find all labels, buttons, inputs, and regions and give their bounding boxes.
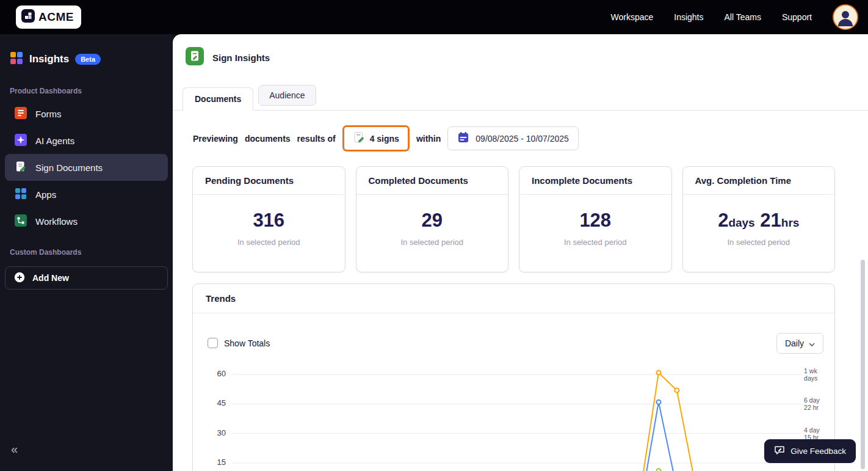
forms-icon	[15, 107, 27, 121]
interval-value: Daily	[785, 338, 804, 348]
show-totals-label: Show Totals	[224, 338, 270, 348]
stat-title: Avg. Completion Time	[683, 167, 835, 195]
sidebar-item-forms[interactable]: Forms	[5, 100, 168, 127]
stat-card-incomplete: Incomplete Documents 128 In selected per…	[519, 166, 672, 272]
show-totals-checkbox[interactable]	[208, 338, 218, 348]
sidebar-header: Insights Beta	[0, 34, 173, 73]
person-icon	[834, 5, 857, 29]
brand-name: ACME	[38, 10, 74, 24]
workflows-icon	[15, 214, 27, 228]
nav-insights[interactable]: Insights	[674, 12, 703, 22]
sidebar-item-label: Apps	[35, 189, 56, 200]
stat-title: Incomplete Documents	[519, 167, 671, 195]
filter-text-post: results of	[297, 134, 336, 144]
filter-text-within: within	[416, 134, 441, 144]
stat-caption: In selected period	[356, 238, 508, 247]
feedback-label: Give Feedback	[790, 447, 846, 456]
sign-documents-icon	[15, 161, 27, 175]
feedback-icon	[774, 445, 785, 458]
insights-logo-icon	[10, 51, 23, 67]
stat-card-pending: Pending Documents 316 In selected period	[192, 166, 345, 272]
sign-pen-icon	[353, 131, 365, 145]
stat-value: 316	[193, 210, 345, 232]
collapse-sidebar-icon[interactable]: «	[11, 442, 18, 456]
sidebar-item-sign-documents[interactable]: Sign Documents	[5, 154, 168, 181]
trend-chart-svg	[232, 357, 801, 471]
filter-bar: Previewing documents results of 4 signs …	[173, 111, 868, 152]
add-new-label: Add New	[32, 273, 69, 283]
sidebar-item-label: AI Agents	[35, 136, 74, 146]
show-totals-toggle[interactable]: Show Totals	[208, 338, 270, 348]
date-range-label: 09/08/2025 - 10/07/2025	[476, 134, 569, 144]
stat-value: 2days 21hrs	[683, 210, 835, 232]
sidebar-title: Insights	[29, 53, 69, 65]
trends-card: Trends Show Totals Daily 60453015 1 wk d…	[192, 283, 835, 471]
section-product-dashboards: Product Dashboards	[0, 73, 173, 100]
chevron-down-icon	[809, 338, 815, 348]
sidebar-item-workflows[interactable]: Workflows	[5, 208, 168, 235]
trend-left-ticks: 60453015	[204, 357, 232, 471]
ai-agents-icon	[15, 134, 27, 148]
sidebar-item-ai-agents[interactable]: AI Agents	[5, 127, 168, 154]
stat-caption: In selected period	[193, 238, 345, 247]
sidebar-item-label: Workflows	[35, 216, 78, 227]
section-custom-dashboards: Custom Dashboards	[0, 235, 173, 261]
tab-documents[interactable]: Documents	[183, 87, 253, 111]
stat-value: 128	[519, 210, 671, 232]
filter-text-pre: Previewing	[193, 134, 238, 144]
add-new-button[interactable]: Add New	[5, 266, 168, 290]
signs-filter-button[interactable]: 4 signs	[342, 125, 410, 152]
sidebar-item-apps[interactable]: Apps	[5, 181, 168, 208]
apps-icon	[15, 188, 27, 202]
nav-workspace[interactable]: Workspace	[610, 12, 653, 22]
acme-logo[interactable]: ACME	[16, 5, 81, 29]
stat-card-completed: Completed Documents 29 In selected perio…	[356, 166, 509, 272]
sidebar: Insights Beta Product Dashboards Forms A…	[0, 34, 173, 471]
date-range-button[interactable]: 09/08/2025 - 10/07/2025	[447, 126, 579, 150]
stat-title: Completed Documents	[356, 167, 508, 195]
topbar: ACME Workspace Insights All Teams Suppor…	[0, 0, 868, 34]
calendar-icon	[457, 131, 469, 145]
trends-title: Trends	[193, 284, 834, 313]
stat-caption: In selected period	[683, 238, 835, 247]
acme-logo-icon	[21, 9, 35, 25]
filter-text-emph: documents	[245, 134, 291, 144]
trends-chart: 60453015 1 wk days6 day 22 hr4 day 15 hr	[193, 357, 834, 471]
vertical-scrollbar-thumb[interactable]	[861, 260, 865, 469]
tab-audience[interactable]: Audience	[258, 85, 316, 106]
page-header: Sign Insights	[173, 34, 868, 68]
sign-insights-icon	[186, 47, 204, 68]
give-feedback-button[interactable]: Give Feedback	[764, 439, 856, 463]
signs-count-label: 4 signs	[370, 134, 399, 144]
stat-value: 29	[356, 210, 508, 232]
beta-badge: Beta	[75, 54, 101, 65]
main-content: Sign Insights Documents Audience Preview…	[173, 34, 868, 471]
user-avatar[interactable]	[833, 4, 858, 30]
sidebar-item-label: Forms	[35, 109, 62, 119]
sidebar-item-label: Sign Documents	[35, 162, 103, 173]
stats-row: Pending Documents 316 In selected period…	[173, 152, 868, 272]
stat-card-avg-completion-time: Avg. Completion Time 2days 21hrs In sele…	[682, 166, 836, 272]
top-nav: Workspace Insights All Teams Support	[610, 12, 812, 22]
plus-circle-icon	[14, 272, 25, 285]
nav-all-teams[interactable]: All Teams	[725, 12, 761, 22]
tab-bar: Documents Audience	[173, 85, 868, 111]
trends-controls: Show Totals Daily	[193, 313, 834, 357]
interval-select[interactable]: Daily	[776, 333, 823, 354]
nav-support[interactable]: Support	[782, 12, 812, 22]
page-title: Sign Insights	[212, 53, 270, 63]
stat-caption: In selected period	[519, 238, 671, 247]
stat-title: Pending Documents	[193, 167, 345, 195]
